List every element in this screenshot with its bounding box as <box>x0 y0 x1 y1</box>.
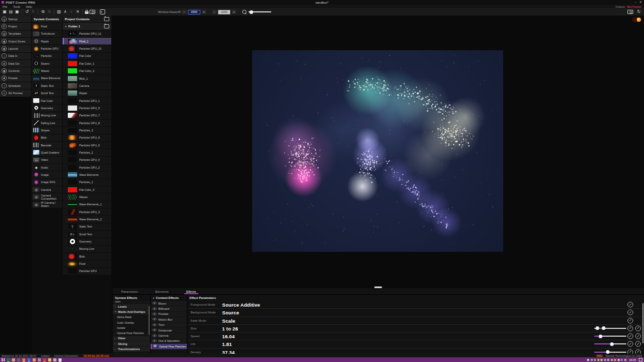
taskbar-app-app-orange[interactable] <box>33 358 36 361</box>
sidebar-item-scheduler[interactable]: ◔Scheduler <box>0 82 31 89</box>
close-button[interactable]: ✕ <box>639 0 642 5</box>
refresh-icon[interactable]: ↻ <box>636 9 641 14</box>
tray-icon-9[interactable] <box>618 359 620 361</box>
project-content-item[interactable]: Fluid_1 <box>63 38 111 44</box>
tab-parameters[interactable]: Parameters <box>119 288 140 294</box>
project-content-item[interactable]: Particles GPU_2 <box>63 164 111 171</box>
height-decrement-button[interactable]: - <box>212 10 216 14</box>
tray-icon-8[interactable] <box>614 359 616 361</box>
system-content-item[interactable]: Fluid <box>32 23 62 29</box>
taskbar-app-app-yellow[interactable] <box>48 358 51 361</box>
project-content-item[interactable]: Flat Color_2 <box>63 68 111 74</box>
sidebar-item-data-out[interactable]: ⇄Data Out <box>0 60 31 67</box>
project-content-item[interactable]: Particles GPU_5 <box>63 104 111 111</box>
chevron-icon[interactable]: ∨ <box>114 310 117 313</box>
taskbar-app-app-gray-1[interactable] <box>17 358 20 361</box>
eye-icon[interactable] <box>152 334 157 338</box>
content-effect-item[interactable]: Billboard <box>151 306 187 311</box>
system-effects-scrollbar[interactable] <box>149 306 150 335</box>
system-content-item[interactable]: Blob <box>32 134 62 141</box>
system-content-item[interactable]: Barcode <box>32 142 62 148</box>
height-input[interactable]: 1200 <box>218 10 230 14</box>
system-effect-item[interactable]: Isolate <box>113 325 150 330</box>
project-content-item[interactable]: Particles_3 <box>63 127 111 133</box>
system-content-item[interactable]: Particles <box>32 53 62 59</box>
system-content-item[interactable]: ◎Camera Composition <box>32 193 62 200</box>
project-content-item[interactable]: Fluid <box>63 260 111 267</box>
project-content-item[interactable]: Particles GPU <box>63 268 111 275</box>
taskbar-app-photoshop[interactable] <box>27 358 31 361</box>
select-icon[interactable]: ▧ <box>56 9 62 14</box>
tray-icon-4[interactable] <box>601 359 603 361</box>
notes-icon[interactable] <box>100 9 105 14</box>
system-effect-item[interactable]: ›Other <box>113 336 150 341</box>
system-content-item[interactable]: ▭Video <box>32 157 62 163</box>
slider-handle[interactable] <box>596 326 599 330</box>
save-icon[interactable]: ▣ <box>2 9 7 14</box>
chevron-icon[interactable]: › <box>114 348 117 351</box>
minimize-button[interactable]: – <box>635 0 636 5</box>
system-effect-item[interactable]: Toon <box>113 301 150 304</box>
chevron-down-icon[interactable]: ∨ <box>65 25 67 28</box>
content-effect-item[interactable]: Hue & Saturation <box>151 339 187 343</box>
taskbar-app-firefox[interactable] <box>22 358 25 361</box>
project-content-item[interactable]: Ripple <box>63 90 111 97</box>
sidebar-item-output-zones[interactable]: ▣Output Zones <box>0 38 31 44</box>
tray-icon-3[interactable] <box>597 359 599 361</box>
taskbar-app-explorer[interactable] <box>12 358 15 361</box>
project-content-item[interactable]: ·Moving Line <box>63 246 111 252</box>
project-content-item[interactable]: Blob <box>63 253 111 260</box>
system-effect-item[interactable]: ›Slicing <box>113 341 150 346</box>
system-content-item[interactable]: sTScroll Text <box>32 89 62 96</box>
tab-elements[interactable]: Elements <box>153 288 171 294</box>
edit-value-button[interactable] <box>627 310 633 315</box>
project-content-item[interactable]: Flat Color_1 <box>63 60 111 67</box>
screenshot-icon[interactable] <box>627 10 633 14</box>
project-content-item[interactable]: Particles GPU_9 <box>63 134 111 141</box>
system-content-item[interactable]: TStatic Text <box>32 82 62 89</box>
parameter-slider[interactable] <box>594 352 626 353</box>
tray-icon-2[interactable] <box>594 359 596 361</box>
tray-icon-7[interactable] <box>611 359 613 361</box>
project-content-item[interactable]: Camera <box>63 82 111 89</box>
system-content-item[interactable]: Flat Color <box>32 97 62 104</box>
tray-icon-6[interactable] <box>607 359 609 361</box>
project-content-item[interactable]: Particles GPU_7 <box>63 112 111 119</box>
sidebar-item-3d-preview[interactable]: ◇3D Preview <box>0 89 31 96</box>
sidebar-item-presets[interactable]: ✱Presets <box>0 75 31 82</box>
sidebar-item-layouts[interactable]: ▦Layouts <box>0 45 31 52</box>
project-content-item[interactable]: Particles_1 <box>63 179 111 186</box>
zoom-slider[interactable] <box>248 11 271 12</box>
duplicate-icon[interactable]: ⧉ <box>40 9 46 14</box>
project-content-item[interactable]: Particles GPU_4 <box>63 157 111 163</box>
taskbar-app-app-red[interactable] <box>43 358 46 361</box>
sidebar-item-contents[interactable]: ▩Contents <box>0 67 31 74</box>
edit-max-button[interactable] <box>635 341 641 347</box>
width-increment-button[interactable]: + <box>202 10 206 14</box>
eye-icon[interactable] <box>152 312 157 316</box>
parameter-slider[interactable] <box>594 343 626 344</box>
height-increment-button[interactable]: + <box>232 10 236 14</box>
project-content-item[interactable]: ≡⊥Scroll Text <box>63 231 111 237</box>
tray-icon-1[interactable] <box>591 359 593 361</box>
delete-icon[interactable]: ✕ <box>75 9 80 14</box>
project-content-item[interactable]: Wave Elements <box>63 171 111 178</box>
eye-icon[interactable] <box>152 339 157 343</box>
move-up-icon[interactable]: ∧ <box>63 9 68 14</box>
system-content-item[interactable]: Swarm <box>32 60 62 67</box>
content-effect-item[interactable]: Optical Flow Particles <box>151 344 187 349</box>
content-effect-item[interactable]: Toon <box>151 323 187 327</box>
start-button-icon[interactable] <box>2 358 5 361</box>
snapshot-icon[interactable] <box>90 10 95 14</box>
eye-icon[interactable] <box>152 323 157 327</box>
project-content-item[interactable]: Wave Elements_2 <box>63 216 111 222</box>
project-content-item[interactable]: Flat Color <box>63 53 111 59</box>
edit-value-button[interactable] <box>627 302 633 308</box>
action-center-icon[interactable] <box>639 358 642 361</box>
content-effect-item[interactable]: Motion Blur <box>151 317 187 322</box>
project-content-item[interactable]: Particles GPU_10 <box>63 45 111 52</box>
folder-row[interactable]: ∨ Folder 1 <box>63 23 111 29</box>
system-content-item[interactable]: ◎Camera <box>32 186 62 193</box>
system-effect-item[interactable]: Alpha Mask <box>113 315 150 320</box>
sidebar-item-data-in[interactable]: ↓Data In <box>0 53 31 59</box>
